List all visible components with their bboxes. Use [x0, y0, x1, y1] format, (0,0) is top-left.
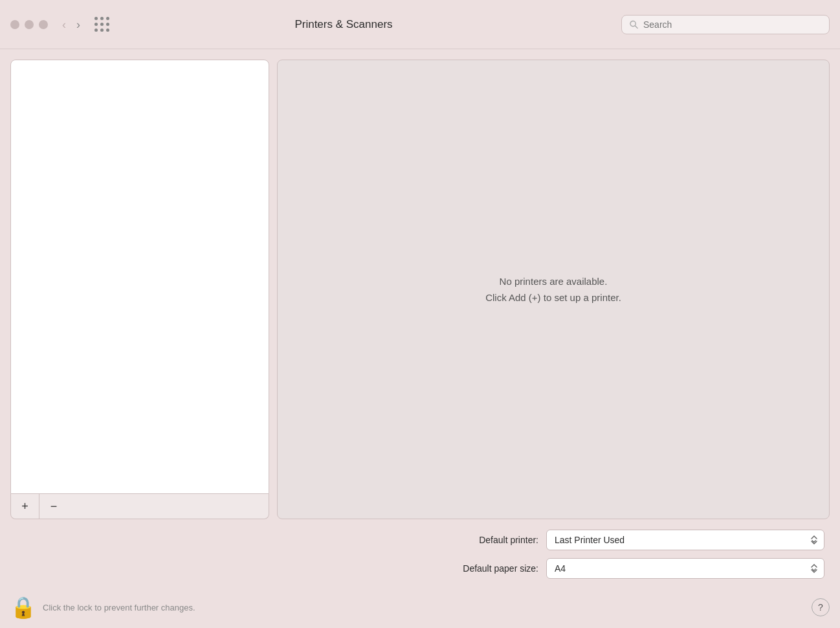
back-button[interactable]: ‹ — [58, 16, 70, 33]
maximize-button[interactable] — [39, 20, 48, 29]
lock-icon[interactable]: 🔒 — [10, 597, 36, 618]
help-button[interactable]: ? — [812, 598, 830, 616]
search-input[interactable] — [643, 19, 821, 30]
default-paper-row: Default paper size: A4 — [16, 558, 824, 579]
footer: 🔒 Click the lock to prevent further chan… — [0, 587, 840, 628]
default-printer-select-wrapper: Last Printer Used — [546, 530, 824, 550]
default-paper-select[interactable]: A4 — [546, 558, 824, 579]
default-paper-select-wrapper: A4 — [546, 558, 824, 579]
forward-button[interactable]: › — [72, 16, 84, 33]
nav-buttons: ‹ › — [58, 16, 84, 33]
search-icon — [630, 20, 638, 29]
grid-dot — [106, 28, 109, 32]
printer-list[interactable] — [10, 60, 269, 494]
close-button[interactable] — [10, 20, 19, 29]
default-printer-label: Default printer: — [479, 535, 538, 545]
add-printer-button[interactable]: + — [11, 494, 39, 519]
grid-dot — [94, 28, 98, 32]
lock-section: 🔒 Click the lock to prevent further chan… — [10, 597, 195, 618]
app-grid-dots — [94, 17, 110, 32]
search-bar — [621, 15, 830, 34]
default-printer-select[interactable]: Last Printer Used — [546, 530, 824, 550]
titlebar: ‹ › Printers & Scanners — [0, 0, 840, 49]
grid-dot — [106, 17, 109, 20]
traffic-lights — [10, 20, 48, 29]
grid-dot — [94, 23, 98, 26]
main-content: + − No printers are available. Click Add… — [0, 49, 840, 519]
grid-dot — [106, 23, 109, 26]
bottom-controls: Default printer: Last Printer Used Defau… — [0, 519, 840, 587]
no-printers-message: No printers are available. Click Add (+)… — [485, 273, 621, 306]
grid-dot — [100, 28, 104, 32]
window-title: Printers & Scanners — [118, 18, 569, 31]
grid-icon[interactable] — [94, 17, 110, 32]
default-printer-row: Default printer: Last Printer Used — [16, 530, 824, 550]
default-paper-label: Default paper size: — [463, 563, 538, 574]
printer-detail-panel: No printers are available. Click Add (+)… — [277, 60, 830, 519]
svg-line-1 — [635, 25, 637, 28]
remove-printer-button[interactable]: − — [39, 494, 68, 519]
grid-dot — [94, 17, 98, 20]
printer-list-toolbar: + − — [10, 494, 269, 519]
printer-list-panel: + − — [10, 60, 269, 519]
grid-dot — [100, 17, 104, 20]
grid-dot — [100, 23, 104, 26]
minimize-button[interactable] — [25, 20, 34, 29]
no-printers-line2: Click Add (+) to set up a printer. — [485, 289, 621, 306]
no-printers-line1: No printers are available. — [485, 273, 621, 290]
lock-text: Click the lock to prevent further change… — [43, 603, 195, 612]
